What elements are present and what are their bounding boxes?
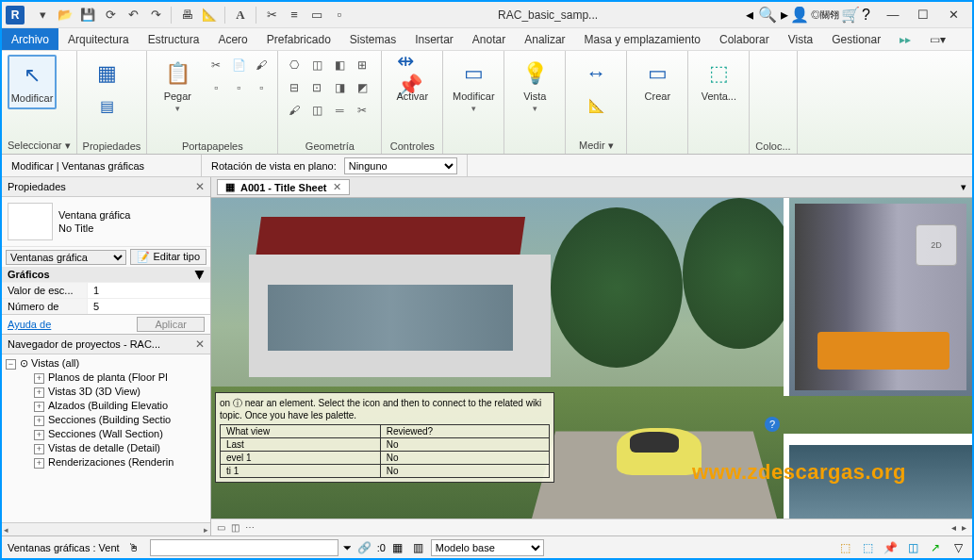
prop-row-number[interactable]: Número de5: [2, 298, 210, 314]
tab-acero[interactable]: Acero: [208, 28, 256, 50]
text-icon[interactable]: A: [230, 5, 251, 25]
viewctrl-detail-icon[interactable]: ◫: [231, 522, 239, 533]
tab-archivo[interactable]: Archivo: [2, 28, 58, 50]
tab-more-icon[interactable]: ▸▸: [890, 28, 920, 50]
print-icon[interactable]: 🖶: [176, 5, 197, 25]
instance-filter-select[interactable]: Ventanas gráfica: [6, 250, 126, 265]
beam-icon[interactable]: ⊡: [306, 77, 327, 98]
join-icon[interactable]: ◧: [329, 55, 350, 75]
help-link[interactable]: Ayuda de: [8, 319, 51, 330]
trim-icon[interactable]: ✂: [352, 100, 372, 121]
medir-button[interactable]: ↔📐: [571, 55, 620, 124]
tree-item[interactable]: +Vistas de detalle (Detail): [2, 441, 210, 455]
tab-colaborar[interactable]: Colaborar: [710, 28, 779, 50]
tree-root-vistas[interactable]: −⊙ Vistas (all): [2, 356, 210, 371]
close-button[interactable]: ✕: [938, 4, 968, 26]
tab-vista[interactable]: Vista: [779, 28, 822, 50]
tree-item[interactable]: +Secciones (Wall Section): [2, 427, 210, 441]
type-selector-box[interactable]: Ventana gráficaNo Title: [2, 197, 210, 246]
model-base-select[interactable]: Modelo base: [431, 539, 544, 556]
cart-icon[interactable]: 🛒: [841, 6, 860, 24]
tab-box-icon[interactable]: ▭▾: [920, 28, 955, 50]
view-tabs-dropdown-icon[interactable]: ▾: [955, 181, 972, 193]
tab-gestionar[interactable]: Gestionar: [822, 28, 890, 50]
sync-icon[interactable]: ⟳: [100, 5, 121, 25]
tab-anotar[interactable]: Anotar: [463, 28, 515, 50]
group-graficos[interactable]: Gráficos⯆: [2, 267, 210, 282]
split-icon[interactable]: ⊟: [284, 77, 305, 98]
thin-lines-icon[interactable]: ≡: [284, 5, 305, 25]
viewctrl-more-icon[interactable]: ⋯: [245, 522, 255, 533]
select-pinned-icon[interactable]: 📌: [882, 539, 899, 556]
select-face-icon[interactable]: ◫: [904, 539, 921, 556]
cut-icon[interactable]: ✂: [206, 55, 226, 75]
demo-icon[interactable]: ◩: [352, 77, 372, 98]
viewctrl-scroll-right-icon[interactable]: ▸: [962, 522, 966, 533]
paste-level-icon[interactable]: ▫: [251, 77, 272, 98]
panel-label[interactable]: Medir ▾: [571, 138, 620, 152]
tree-item[interactable]: +Vistas 3D (3D View): [2, 385, 210, 399]
pegar-button[interactable]: 📋Pegar▾: [153, 55, 202, 117]
tab-sistemas[interactable]: Sistemas: [340, 28, 405, 50]
drag-icon[interactable]: ↗: [927, 539, 944, 556]
prop-row-scale[interactable]: Valor de esc...1: [2, 282, 210, 298]
browser-scrollbar[interactable]: ◂▸: [2, 522, 210, 535]
opening-icon[interactable]: ◨: [329, 77, 350, 98]
editable-icon[interactable]: ▦: [389, 539, 406, 556]
measure-icon[interactable]: 📐: [199, 5, 220, 25]
rotation-select[interactable]: Ninguno: [344, 157, 457, 174]
viewctrl-scroll-left-icon[interactable]: ◂: [951, 522, 956, 533]
paste-same-icon[interactable]: ▫: [228, 77, 249, 98]
apply-button[interactable]: Aplicar: [137, 317, 205, 332]
wiki-help-icon[interactable]: ?: [765, 417, 780, 432]
tab-prefabricado[interactable]: Prefabricado: [257, 28, 340, 50]
help-icon[interactable]: ?: [862, 7, 870, 24]
tree-item[interactable]: +Alzados (Building Elevatio: [2, 399, 210, 413]
cope-icon[interactable]: ⎔: [284, 55, 305, 75]
tab-arquitectura[interactable]: Arquitectura: [58, 28, 139, 50]
undo-icon[interactable]: ↶: [123, 5, 143, 25]
browser-close-icon[interactable]: ✕: [195, 338, 205, 351]
tab-masa[interactable]: Masa y emplazamiento: [575, 28, 710, 50]
maximize-button[interactable]: ☐: [908, 4, 938, 26]
properties-close-icon[interactable]: ✕: [195, 180, 205, 193]
ventana-button[interactable]: ⬚Venta...: [694, 55, 743, 106]
search-nav-icon[interactable]: ◂ 🔍 ▸: [746, 6, 788, 24]
minimize-button[interactable]: —: [878, 4, 908, 26]
tree-item[interactable]: +Renderizaciones (Renderin: [2, 455, 210, 469]
tab-analizar[interactable]: Analizar: [515, 28, 574, 50]
navigation-cube[interactable]: 2D: [916, 224, 957, 266]
status-select-icon[interactable]: 🖱: [125, 539, 142, 556]
copy-icon[interactable]: 📄: [228, 55, 249, 75]
save-icon[interactable]: 💾: [77, 5, 98, 25]
open-icon[interactable]: 📂: [55, 5, 75, 25]
tab-estructura[interactable]: Estructura: [139, 28, 209, 50]
close-views-icon[interactable]: ▭: [306, 5, 327, 25]
split-face-icon[interactable]: ◫: [306, 100, 327, 121]
switch-windows-icon[interactable]: ▫: [329, 5, 350, 25]
status-dropdown-icon[interactable]: ⏷: [342, 542, 353, 553]
activar-button[interactable]: ⇹📌Activar: [388, 55, 437, 106]
paint-icon[interactable]: 🖌: [284, 100, 305, 121]
cut-geom-icon[interactable]: ◫: [306, 55, 327, 75]
align-icon[interactable]: ═: [329, 100, 350, 121]
tree-item[interactable]: +Secciones (Building Sectio: [2, 413, 210, 427]
user-icon[interactable]: 👤: [790, 6, 809, 24]
tree-item[interactable]: +Planos de planta (Floor Pl: [2, 371, 210, 385]
login-text[interactable]: ◎關翎: [811, 8, 839, 22]
crear-button[interactable]: ▭Crear: [633, 55, 682, 106]
edit-type-button[interactable]: 📝 Editar tipo: [130, 249, 206, 265]
panel-label[interactable]: Seleccionar ▾: [8, 138, 71, 152]
select-links-icon[interactable]: ⬚: [836, 539, 853, 556]
match-icon[interactable]: 🖌: [251, 55, 272, 75]
modificar-button[interactable]: ↖Modificar: [8, 55, 57, 109]
filter-icon[interactable]: ▽: [949, 539, 966, 556]
paste-aligned-icon[interactable]: ▫: [206, 77, 226, 98]
view-tab-a001[interactable]: ▦ A001 - Title Sheet ✕: [217, 179, 350, 195]
section-icon[interactable]: ✂: [261, 5, 282, 25]
drawing-canvas[interactable]: ? 2D on ⓘ near an element. Select the ic…: [211, 198, 972, 519]
qat-dropdown-icon[interactable]: ▾: [32, 5, 53, 25]
view-tab-close-icon[interactable]: ✕: [333, 181, 341, 193]
tab-insertar[interactable]: Insertar: [405, 28, 463, 50]
redo-icon[interactable]: ↷: [145, 5, 166, 25]
